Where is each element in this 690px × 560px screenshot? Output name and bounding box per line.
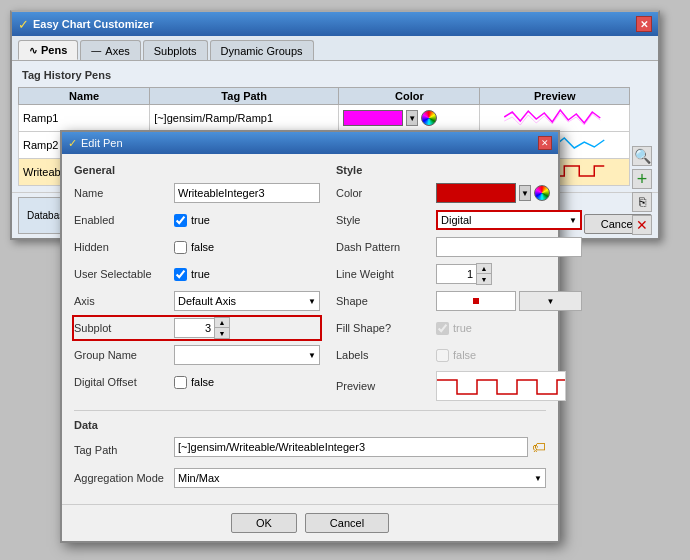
- data-section: Data Tag Path 🏷 Aggregation Mode Min/Max…: [74, 410, 546, 489]
- close-button[interactable]: ✕: [636, 16, 652, 32]
- fill-shape-value: true: [453, 322, 472, 334]
- table-row[interactable]: Ramp1 [~]gensim/Ramp/Ramp1 ▼: [19, 105, 630, 132]
- app-icon: ✓: [18, 17, 29, 32]
- tab-subplots-label: Subplots: [154, 45, 197, 57]
- line-weight-row: Line Weight ▲ ▼: [336, 263, 582, 285]
- digital-offset-row: Digital Offset false: [74, 371, 320, 393]
- copy-pen-button[interactable]: ⎘: [632, 192, 652, 212]
- style-value: Digital: [441, 214, 472, 226]
- shape-dropdown-arrow: ▼: [547, 297, 555, 306]
- add-pen-button[interactable]: +: [632, 169, 652, 189]
- cell-name: Ramp1: [19, 105, 150, 132]
- dialog-ok-button[interactable]: OK: [231, 513, 297, 533]
- dialog-title: Edit Pen: [81, 137, 123, 149]
- tag-path-input[interactable]: [174, 437, 528, 457]
- aggregation-mode-value: Min/Max: [178, 472, 220, 484]
- digital-offset-checkbox[interactable]: [174, 376, 187, 389]
- dialog-cancel-button[interactable]: Cancel: [305, 513, 389, 533]
- shape-dropdown[interactable]: ▼: [519, 291, 582, 311]
- shape-row: Shape ▼: [336, 290, 582, 312]
- tag-browse-icon[interactable]: 🏷: [532, 439, 546, 455]
- name-input[interactable]: [174, 183, 320, 203]
- cell-preview: [480, 105, 630, 132]
- hidden-checkbox[interactable]: [174, 241, 187, 254]
- fill-shape-label: Fill Shape?: [336, 322, 436, 334]
- aggregation-mode-dropdown[interactable]: Min/Max ▼: [174, 468, 546, 488]
- tab-dynamic-groups-label: Dynamic Groups: [221, 45, 303, 57]
- dash-pattern-row: Dash Pattern: [336, 236, 582, 258]
- tab-axes-label: Axes: [105, 45, 129, 57]
- shape-display: [436, 291, 516, 311]
- tab-axes[interactable]: — Axes: [80, 40, 140, 60]
- digital-offset-label: Digital Offset: [74, 376, 174, 388]
- color-swatch[interactable]: [343, 110, 403, 126]
- digital-offset-value: false: [191, 376, 214, 388]
- tab-subplots[interactable]: Subplots: [143, 40, 208, 60]
- subplot-decrement-button[interactable]: ▼: [215, 328, 229, 338]
- preview-digital-svg: [437, 372, 566, 401]
- name-row: Name: [74, 182, 320, 204]
- section-title: Tag History Pens: [18, 67, 630, 83]
- subplot-increment-button[interactable]: ▲: [215, 318, 229, 328]
- line-weight-increment-button[interactable]: ▲: [477, 264, 491, 274]
- dash-pattern-label: Dash Pattern: [336, 241, 436, 253]
- dash-pattern-input[interactable]: [436, 237, 582, 257]
- tab-pens[interactable]: ∿ Pens: [18, 40, 78, 60]
- axis-label: Axis: [74, 295, 174, 307]
- dialog-content: General Name Enabled true Hidden: [62, 154, 558, 504]
- color-wheel-btn[interactable]: [421, 110, 437, 126]
- line-weight-decrement-button[interactable]: ▼: [477, 274, 491, 284]
- style-dropdown-arrow: ▼: [569, 216, 577, 225]
- group-name-arrow: ▼: [308, 351, 316, 360]
- style-color-wheel[interactable]: [534, 185, 550, 201]
- tab-dynamic-groups[interactable]: Dynamic Groups: [210, 40, 314, 60]
- delete-pen-button[interactable]: ✕: [632, 215, 652, 235]
- pens-tab-icon: ∿: [29, 45, 37, 56]
- name-label: Name: [74, 187, 174, 199]
- dialog-left: General Name Enabled true Hidden: [74, 164, 320, 406]
- aggregation-mode-row: Aggregation Mode Min/Max ▼: [74, 467, 546, 489]
- preview-svg: [484, 107, 625, 127]
- subplot-input[interactable]: [174, 318, 214, 338]
- edit-pen-dialog: ✓ Edit Pen ✕ General Name Enabled: [60, 130, 560, 543]
- cell-tag-path: [~]gensim/Ramp/Ramp1: [150, 105, 339, 132]
- dialog-right: Style Color ▼ Style Digital ▼: [336, 164, 582, 406]
- line-weight-spinner: ▲ ▼: [436, 263, 582, 285]
- style-color-label: Color: [336, 187, 436, 199]
- user-selectable-checkbox[interactable]: [174, 268, 187, 281]
- line-weight-input[interactable]: [436, 264, 476, 284]
- labels-value: false: [453, 349, 476, 361]
- group-name-dropdown[interactable]: ▼: [174, 345, 320, 365]
- style-color-row: Color ▼: [336, 182, 582, 204]
- hidden-value: false: [191, 241, 214, 253]
- tab-pens-label: Pens: [41, 44, 67, 56]
- shape-label: Shape: [336, 295, 436, 307]
- style-dropdown[interactable]: Digital ▼: [436, 210, 582, 230]
- shape-dot: [473, 298, 479, 304]
- enabled-label: Enabled: [74, 214, 174, 226]
- labels-label: Labels: [336, 349, 436, 361]
- enabled-row: Enabled true: [74, 209, 320, 231]
- axis-dropdown[interactable]: Default Axis ▼: [174, 291, 320, 311]
- enabled-checkbox[interactable]: [174, 214, 187, 227]
- search-pens-button[interactable]: 🔍: [632, 146, 652, 166]
- aggregation-mode-arrow: ▼: [534, 474, 542, 483]
- col-tag-path: Tag Path: [150, 88, 339, 105]
- side-buttons: 🔍 + ⎘ ✕: [632, 146, 652, 235]
- hidden-label: Hidden: [74, 241, 174, 253]
- tab-bar: ∿ Pens — Axes Subplots Dynamic Groups: [12, 36, 658, 61]
- general-header: General: [74, 164, 320, 176]
- style-color-swatch[interactable]: [436, 183, 516, 203]
- color-dropdown-btn[interactable]: ▼: [406, 110, 418, 126]
- user-selectable-label: User Selectable: [74, 268, 174, 280]
- style-color-dropdown-btn[interactable]: ▼: [519, 185, 531, 201]
- fill-shape-checkbox: [436, 322, 449, 335]
- col-preview: Preview: [480, 88, 630, 105]
- subplot-spinner: ▲ ▼: [174, 317, 320, 339]
- fill-shape-row: Fill Shape? true: [336, 317, 582, 339]
- axis-row: Axis Default Axis ▼: [74, 290, 320, 312]
- cell-color: ▼: [339, 105, 480, 132]
- dialog-close-button[interactable]: ✕: [538, 136, 552, 150]
- app-title: Easy Chart Customizer: [33, 18, 153, 30]
- axis-value: Default Axis: [178, 295, 236, 307]
